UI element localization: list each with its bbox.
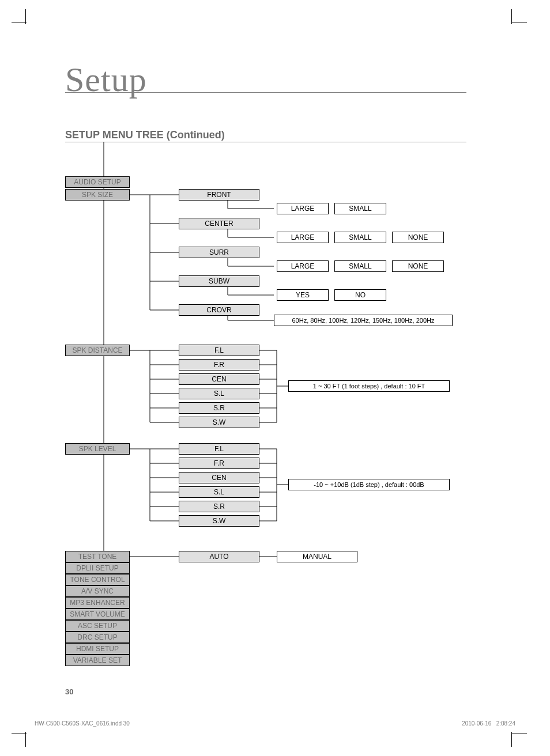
dist-sl-node: S.L bbox=[179, 388, 259, 399]
lvl-sr-node: S.R bbox=[179, 501, 259, 512]
section-heading: SETUP MENU TREE (Continued) bbox=[65, 129, 225, 141]
tone-control-node: TONE CONTROL bbox=[65, 574, 130, 585]
surr-small-node: SMALL bbox=[334, 260, 386, 272]
surr-large-node: LARGE bbox=[277, 260, 329, 272]
footer-date: 2010-06-16 bbox=[462, 720, 491, 727]
lvl-fl-node: F.L bbox=[179, 443, 259, 455]
center-node: CENTER bbox=[179, 218, 259, 229]
asc-setup-node: ASC SETUP bbox=[65, 620, 130, 632]
center-large-node: LARGE bbox=[277, 232, 329, 243]
front-large-node: LARGE bbox=[277, 203, 329, 214]
test-tone-node: TEST TONE bbox=[65, 551, 130, 562]
page-number: 30 bbox=[65, 687, 73, 696]
dplii-setup-node: DPLII SETUP bbox=[65, 562, 130, 574]
footer-time: 2:08:24 bbox=[496, 720, 515, 727]
hdmi-setup-node: HDMI SETUP bbox=[65, 643, 130, 655]
surr-node: SURR bbox=[179, 247, 259, 258]
subw-yes-node: YES bbox=[277, 289, 329, 301]
mp3-enhancer-node: MP3 ENHANCER bbox=[65, 597, 130, 608]
center-small-node: SMALL bbox=[334, 232, 386, 243]
audio-setup-node: AUDIO SETUP bbox=[65, 176, 130, 188]
drc-setup-node: DRC SETUP bbox=[65, 632, 130, 643]
dist-cen-node: CEN bbox=[179, 373, 259, 385]
footer-file: HW-C500-C560S-XAC_0616.indd 30 bbox=[35, 720, 130, 727]
smart-volume-node: SMART VOLUME bbox=[65, 608, 130, 620]
spk-level-node: SPK LEVEL bbox=[65, 443, 130, 455]
dist-fr-node: F.R bbox=[179, 359, 259, 371]
lvl-sl-node: S.L bbox=[179, 486, 259, 498]
av-sync-node: A/V SYNC bbox=[65, 585, 130, 597]
page-title: Setup bbox=[65, 60, 147, 100]
test-manual-node: MANUAL bbox=[277, 551, 357, 562]
crovr-options-node: 60Hz, 80Hz, 100Hz, 120Hz, 150Hz, 180Hz, … bbox=[274, 315, 453, 326]
front-node: FRONT bbox=[179, 189, 259, 201]
crovr-node: CROVR bbox=[179, 304, 259, 316]
variable-set-node: VARIABLE SET bbox=[65, 655, 130, 666]
footer: HW-C500-C560S-XAC_0616.indd 30 2010-06-1… bbox=[35, 720, 515, 727]
front-small-node: SMALL bbox=[334, 203, 386, 214]
dist-fl-node: F.L bbox=[179, 345, 259, 356]
center-none-node: NONE bbox=[392, 232, 444, 243]
dist-sr-node: S.R bbox=[179, 402, 259, 414]
lvl-fr-node: F.R bbox=[179, 458, 259, 469]
dist-sw-node: S.W bbox=[179, 417, 259, 428]
test-auto-node: AUTO bbox=[179, 551, 259, 562]
spk-size-node: SPK SIZE bbox=[65, 189, 130, 201]
subw-node: SUBW bbox=[179, 275, 259, 287]
dist-range-node: 1 ~ 30 FT (1 foot steps) , default : 10 … bbox=[288, 380, 450, 392]
surr-none-node: NONE bbox=[392, 260, 444, 272]
lvl-range-node: -10 ~ +10dB (1dB step) , default : 00dB bbox=[288, 479, 450, 490]
subw-no-node: NO bbox=[334, 289, 386, 301]
lvl-sw-node: S.W bbox=[179, 515, 259, 527]
spk-distance-node: SPK DISTANCE bbox=[65, 345, 130, 356]
lvl-cen-node: CEN bbox=[179, 472, 259, 483]
